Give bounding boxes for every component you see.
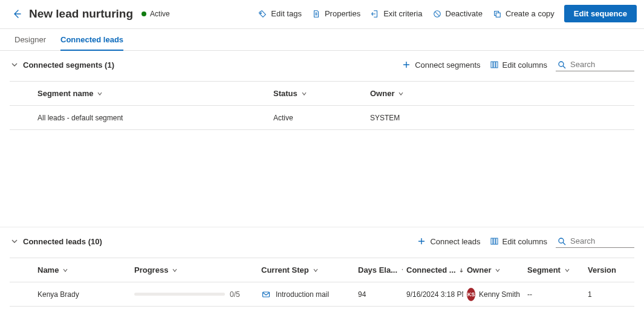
- avatar: KS: [467, 288, 475, 301]
- copy-icon: [492, 9, 502, 19]
- col-current-step[interactable]: Current Step: [258, 265, 354, 275]
- table-row[interactable]: Reuben Kidd 0/5 Introduction mail 94 9/1…: [10, 307, 634, 312]
- segments-search-input[interactable]: [569, 59, 629, 70]
- chevron-down-icon: [62, 267, 68, 273]
- plus-icon: [402, 60, 411, 70]
- chevron-down-icon: [313, 267, 319, 273]
- cell-progress: 0/5: [131, 290, 258, 299]
- cell-owner: KS Kenny Smith: [463, 288, 524, 301]
- chevron-down-icon: [495, 267, 501, 273]
- cell-connected: 9/16/2024 3:18 PM: [403, 290, 463, 299]
- col-version[interactable]: Version: [584, 265, 620, 275]
- col-segment-name[interactable]: Segment name: [10, 89, 270, 98]
- segments-grid-header: Segment name Status Owner: [10, 82, 634, 106]
- edit-columns-button[interactable]: Edit columns: [489, 236, 547, 246]
- back-button[interactable]: [10, 7, 24, 21]
- search-icon: [557, 236, 567, 246]
- svg-point-6: [559, 62, 564, 67]
- create-copy-button[interactable]: Create a copy: [487, 7, 559, 21]
- edit-tags-button[interactable]: Edit tags: [253, 7, 307, 21]
- cell-name: Kenya Brady: [10, 290, 131, 299]
- svg-rect-4: [493, 62, 495, 68]
- deactivate-button[interactable]: Deactivate: [428, 7, 487, 21]
- svg-rect-5: [496, 62, 498, 68]
- tag-icon: [258, 9, 267, 19]
- status-dot-icon: [141, 11, 146, 16]
- leads-grid: Name Progress Current Step Days Ela... C…: [10, 258, 634, 312]
- segments-grid: Segment name Status Owner All leads - de…: [10, 81, 634, 130]
- status-badge: Active: [141, 10, 170, 18]
- progress-bar: [134, 293, 225, 296]
- tab-designer[interactable]: Designer: [15, 29, 46, 50]
- svg-rect-9: [496, 238, 498, 244]
- cell-version: 1: [584, 290, 620, 299]
- chevron-down-icon: [172, 267, 178, 273]
- col-status[interactable]: Status: [270, 89, 366, 98]
- col-connected[interactable]: Connected ...: [403, 265, 463, 275]
- segments-search[interactable]: [556, 58, 634, 71]
- cell-days: 94: [354, 290, 403, 299]
- exit-criteria-button[interactable]: Exit criteria: [365, 7, 427, 21]
- col-days-elapsed[interactable]: Days Ela...: [354, 265, 403, 275]
- cell-owner: SYSTEM: [366, 114, 634, 122]
- status-text: Active: [150, 10, 170, 18]
- columns-icon: [489, 236, 499, 246]
- svg-rect-3: [491, 62, 493, 68]
- leads-search[interactable]: [556, 235, 634, 248]
- cell-status: Active: [270, 114, 366, 122]
- edit-sequence-button[interactable]: Edit sequence: [564, 5, 637, 22]
- svg-rect-8: [493, 238, 495, 244]
- cell-segment-name: All leads - default segment: [10, 114, 270, 122]
- chevron-down-icon[interactable]: [10, 236, 19, 246]
- connect-segments-button[interactable]: Connect segments: [402, 60, 480, 70]
- col-owner[interactable]: Owner: [463, 265, 524, 275]
- properties-button[interactable]: Properties: [307, 7, 365, 21]
- section-title: Connected segments (1): [23, 60, 114, 70]
- cell-segment: --: [524, 290, 584, 299]
- svg-rect-2: [496, 13, 500, 17]
- cell-current-step: Introduction mail: [258, 290, 354, 299]
- tabs: Designer Connected leads: [0, 29, 644, 51]
- leads-search-input[interactable]: [569, 236, 629, 246]
- table-row[interactable]: All leads - default segment Active SYSTE…: [10, 106, 634, 130]
- chevron-down-icon: [564, 267, 570, 273]
- mail-icon: [261, 290, 271, 299]
- plus-icon: [417, 236, 426, 246]
- chevron-down-icon: [620, 267, 620, 273]
- col-segment[interactable]: Segment: [524, 265, 584, 275]
- section-title: Connected leads (10): [23, 237, 102, 246]
- connected-leads-section: Connected leads (10) Connect leads Edit …: [0, 227, 644, 312]
- col-name[interactable]: Name: [10, 265, 131, 275]
- progress-text: 0/5: [230, 290, 240, 299]
- document-icon: [311, 9, 321, 19]
- page-header: New lead nurturing Active Edit tags Prop…: [0, 0, 644, 29]
- page-title: New lead nurturing: [29, 7, 133, 21]
- columns-icon: [489, 60, 499, 70]
- chevron-down-icon: [301, 91, 307, 97]
- col-progress[interactable]: Progress: [131, 265, 258, 275]
- tab-connected-leads[interactable]: Connected leads: [60, 29, 123, 50]
- svg-rect-7: [491, 238, 493, 244]
- sort-desc-icon: [458, 267, 463, 273]
- exit-icon: [370, 9, 380, 19]
- col-owner[interactable]: Owner: [366, 89, 634, 98]
- deactivate-icon: [432, 9, 442, 19]
- chevron-down-icon[interactable]: [10, 60, 19, 70]
- chevron-down-icon: [97, 91, 103, 97]
- leads-grid-header: Name Progress Current Step Days Ela... C…: [10, 258, 634, 282]
- table-row[interactable]: Kenya Brady 0/5 Introduction mail 94 9/1…: [10, 282, 634, 307]
- chevron-down-icon: [398, 91, 404, 97]
- connected-segments-section: Connected segments (1) Connect segments …: [0, 51, 644, 130]
- svg-point-10: [559, 238, 564, 243]
- connect-leads-button[interactable]: Connect leads: [417, 236, 480, 246]
- search-icon: [557, 60, 567, 70]
- edit-columns-button[interactable]: Edit columns: [489, 60, 547, 70]
